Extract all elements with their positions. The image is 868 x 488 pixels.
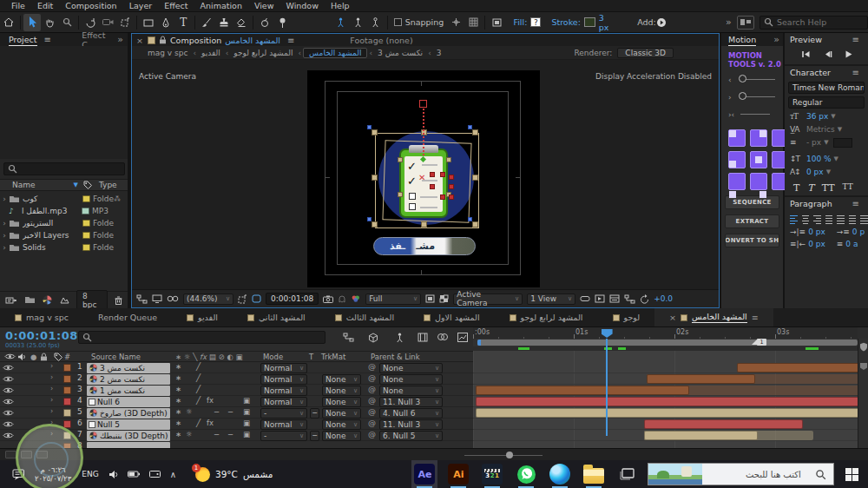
tab-motion[interactable]: Motion bbox=[728, 35, 756, 44]
composition-canvas[interactable]: ✓ ✓ ✕ مشـ bbox=[307, 70, 540, 287]
stroke-width-value[interactable]: 3 px bbox=[599, 13, 615, 32]
layer-row[interactable]: ›7بننبطك (3D Depth)∗☼−−▣-∨−None∨@6. Null… bbox=[0, 430, 473, 441]
anchor-grid-button[interactable] bbox=[728, 129, 746, 147]
label-color-chip[interactable] bbox=[82, 232, 90, 239]
layer-visibility-icon[interactable] bbox=[3, 386, 14, 394]
layer-name[interactable]: بننبطك (3D Depth) bbox=[100, 432, 168, 440]
layer-switch-quality[interactable]: ∗ bbox=[175, 362, 181, 371]
layer-duration-bar[interactable] bbox=[476, 397, 858, 406]
parent-dropdown[interactable]: 4. Null 6∨ bbox=[379, 408, 443, 419]
rubber-hose-tool[interactable] bbox=[332, 14, 350, 31]
snap-grid-icon[interactable] bbox=[464, 14, 482, 31]
label-column-icon[interactable] bbox=[83, 181, 92, 189]
mask-visibility-icon[interactable] bbox=[252, 294, 261, 303]
puppet-pin-tool[interactable] bbox=[273, 14, 291, 31]
motion-tabs-overflow[interactable]: » bbox=[773, 34, 783, 45]
transform-handle[interactable] bbox=[446, 157, 451, 162]
twirl-icon[interactable]: › bbox=[0, 219, 9, 228]
taskbar-app-edge[interactable] bbox=[547, 460, 573, 488]
motion-path-point[interactable] bbox=[449, 184, 454, 189]
comp-marker[interactable]: 1 bbox=[757, 339, 766, 346]
menu-effect[interactable]: Effect bbox=[158, 1, 194, 10]
layer-label-chip[interactable] bbox=[63, 364, 71, 372]
parent-pickwhip-icon[interactable]: @ bbox=[368, 419, 376, 427]
parent-link-column[interactable]: Parent & Link bbox=[371, 353, 420, 361]
home-icon[interactable] bbox=[0, 14, 17, 31]
align-right-button[interactable] bbox=[849, 214, 857, 224]
anchor-grid-button[interactable] bbox=[728, 173, 746, 190]
pen-tool[interactable] bbox=[157, 14, 174, 31]
menu-composition[interactable]: Composition bbox=[59, 1, 122, 10]
motion-path-point[interactable] bbox=[449, 175, 454, 180]
taskbar-app-after-effects[interactable]: Ae bbox=[411, 460, 437, 488]
layer-visibility-icon[interactable] bbox=[3, 375, 14, 383]
blend-mode-dropdown[interactable]: -∨ bbox=[260, 431, 307, 441]
tab-composition-name[interactable]: المشهد الخامس bbox=[225, 36, 280, 45]
delete-icon[interactable] bbox=[115, 296, 122, 305]
layer-switch-dash[interactable]: − bbox=[214, 430, 220, 439]
fast-previews-icon[interactable] bbox=[595, 294, 605, 303]
timeline-search-box[interactable] bbox=[78, 331, 326, 344]
layer-twirl-icon[interactable]: › bbox=[50, 373, 53, 381]
parent-pickwhip-icon[interactable]: @ bbox=[368, 373, 376, 382]
font-style-dropdown[interactable]: Regular bbox=[788, 96, 865, 109]
layer-switch-quality[interactable]: ╱ bbox=[196, 362, 201, 371]
composition-viewer[interactable]: Active Camera Display Acceleration Disab… bbox=[132, 60, 719, 289]
start-button[interactable] bbox=[836, 460, 868, 488]
layer-row-partial[interactable]: 8 bbox=[0, 441, 473, 448]
item-name[interactable]: Solids bbox=[23, 243, 80, 252]
project-item-row[interactable]: ›SolidsFolder bbox=[0, 241, 128, 254]
add-button[interactable] bbox=[656, 14, 667, 31]
brush-tool[interactable] bbox=[198, 14, 215, 31]
preview-menu-icon[interactable]: ≡ bbox=[849, 35, 863, 44]
transparency-grid-icon[interactable] bbox=[439, 294, 449, 303]
layer-visibility-icon[interactable] bbox=[3, 398, 14, 406]
parent-dropdown[interactable]: 11. Null 3∨ bbox=[379, 397, 443, 407]
composition-mini-flowchart-icon[interactable] bbox=[343, 333, 354, 342]
timeline-tab[interactable]: الفديو bbox=[172, 308, 233, 327]
trkmat-dropdown[interactable]: None∨ bbox=[322, 386, 361, 396]
leading-field[interactable]: - px bbox=[806, 138, 821, 147]
preview-panel-title[interactable]: Preview bbox=[790, 35, 822, 44]
camera-tool[interactable] bbox=[99, 14, 116, 31]
layer-name[interactable]: نكست مش 2 bbox=[100, 375, 145, 384]
menu-animation[interactable]: Animation bbox=[194, 1, 248, 10]
timeline-panel-menu-icon[interactable]: ≡ bbox=[752, 313, 759, 322]
motion-path-point[interactable] bbox=[430, 172, 435, 177]
transform-handle[interactable] bbox=[398, 192, 403, 197]
layer-switch-fx[interactable]: fx bbox=[207, 396, 214, 405]
close-tab-icon[interactable]: × bbox=[132, 36, 148, 45]
timeline-tab-label[interactable]: Render Queue bbox=[98, 313, 157, 322]
eraser-tool[interactable] bbox=[233, 14, 250, 31]
layer-duration-bar[interactable] bbox=[476, 408, 858, 418]
parent-dropdown[interactable]: 6. Null 5∨ bbox=[379, 431, 443, 441]
work-area-bar[interactable] bbox=[477, 340, 857, 346]
layer-switch-quality[interactable]: ╱ bbox=[196, 385, 201, 393]
timeline-tab-label[interactable]: mag v spc bbox=[26, 313, 69, 322]
timeline-tab[interactable]: المشهد الاول bbox=[409, 308, 494, 327]
item-name[interactable]: الطفل ا.mp3 bbox=[22, 207, 79, 215]
breadcrumb-item[interactable]: المشهد الخامس bbox=[303, 48, 367, 58]
label-color-chip[interactable] bbox=[82, 220, 90, 227]
transform-handle[interactable] bbox=[372, 175, 378, 181]
layer-switch-quality[interactable]: ∗ bbox=[175, 396, 181, 405]
item-name[interactable]: الستريتور bbox=[23, 219, 80, 228]
breadcrumb-item[interactable]: الفديو bbox=[198, 49, 224, 57]
timeline-tab[interactable]: لوجو bbox=[598, 308, 655, 327]
layer-row[interactable]: ›1نكست مش 3∗╱Normal∨@None∨ bbox=[0, 362, 473, 373]
vr-icon[interactable] bbox=[167, 295, 179, 302]
baseline-shift-field[interactable]: 0 px bbox=[806, 168, 824, 176]
stroke-swatch[interactable] bbox=[584, 17, 595, 27]
skip-to-start-button[interactable] bbox=[801, 50, 811, 58]
work-area-shield-icon[interactable] bbox=[859, 342, 868, 352]
timeline-tab[interactable]: mag v spc bbox=[0, 308, 83, 327]
search-help-box[interactable] bbox=[760, 16, 868, 30]
project-columns-header[interactable]: Name ▼ Type bbox=[0, 179, 128, 191]
twirl-icon[interactable]: › bbox=[0, 243, 9, 252]
type-style-button[interactable]: T bbox=[793, 182, 799, 194]
trkmat-column[interactable]: TrkMat bbox=[321, 353, 345, 361]
blend-mode-dropdown[interactable]: -∨ bbox=[260, 408, 307, 419]
layer-row[interactable]: ›3نكست مش 1∗╱Normal∨None∨@None∨ bbox=[0, 385, 473, 396]
reset-exposure-icon[interactable] bbox=[640, 294, 649, 304]
layer-switch-3d[interactable]: ▣ bbox=[243, 396, 250, 405]
